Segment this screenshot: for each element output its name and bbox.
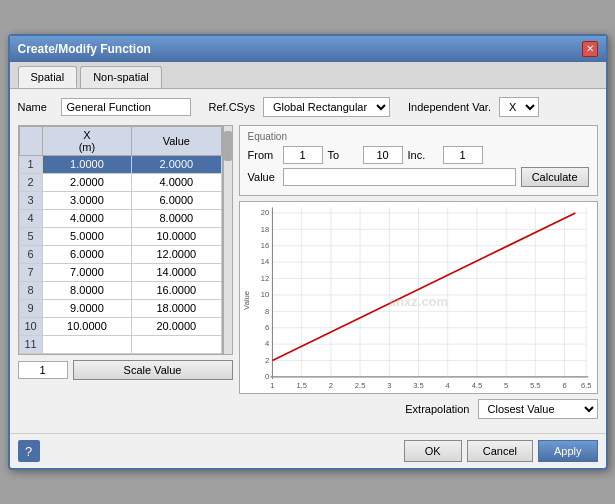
table-row[interactable]: 11 — [19, 335, 221, 353]
table-row[interactable]: 33.00006.0000 — [19, 191, 221, 209]
cell-rownum: 9 — [19, 299, 42, 317]
apply-button[interactable]: Apply — [538, 440, 598, 462]
cell-rownum: 6 — [19, 245, 42, 263]
window-title: Create/Modify Function — [18, 42, 151, 56]
cell-value[interactable]: 10.0000 — [132, 227, 221, 245]
cell-x[interactable]: 8.0000 — [42, 281, 131, 299]
svg-text:14: 14 — [260, 257, 269, 266]
extrapolation-row: Extrapolation Closest ValueLinearNone — [239, 399, 598, 419]
cell-value[interactable]: 2.0000 — [132, 155, 221, 173]
table-row[interactable]: 77.000014.0000 — [19, 263, 221, 281]
name-input[interactable] — [61, 98, 191, 116]
calculate-button[interactable]: Calculate — [521, 167, 589, 187]
right-panel: Equation From To Inc. Value Calculate — [239, 125, 598, 419]
table-row[interactable]: 22.00004.0000 — [19, 173, 221, 191]
col-x-header: X (m) — [42, 126, 131, 155]
svg-text:3: 3 — [387, 381, 391, 390]
indvar-select[interactable]: X — [499, 97, 539, 117]
cell-value[interactable]: 16.0000 — [132, 281, 221, 299]
table-scrollbar[interactable] — [223, 125, 233, 355]
table-row[interactable]: 44.00008.0000 — [19, 209, 221, 227]
svg-text:2: 2 — [264, 356, 268, 365]
equation-from-row: From To Inc. — [248, 146, 589, 164]
extrapolation-select[interactable]: Closest ValueLinearNone — [478, 399, 598, 419]
cell-value[interactable]: 20.0000 — [132, 317, 221, 335]
svg-text:Value: Value — [241, 291, 250, 310]
cell-rownum: 5 — [19, 227, 42, 245]
svg-text:5: 5 — [504, 381, 508, 390]
cell-x[interactable]: 3.0000 — [42, 191, 131, 209]
table-row[interactable]: 99.000018.0000 — [19, 299, 221, 317]
table-row[interactable]: 1010.000020.0000 — [19, 317, 221, 335]
name-row: Name Ref.CSys Global Rectangular Indepen… — [18, 97, 598, 117]
chart-svg: 0 2 4 6 8 10 12 14 16 18 20 — [240, 202, 597, 393]
help-icon[interactable]: ? — [18, 440, 40, 462]
cell-x[interactable]: 9.0000 — [42, 299, 131, 317]
cell-x[interactable] — [42, 335, 131, 353]
close-button[interactable]: ✕ — [582, 41, 598, 57]
cell-value[interactable]: 4.0000 — [132, 173, 221, 191]
value-label: Value — [248, 171, 278, 183]
from-label: From — [248, 149, 278, 161]
equation-title: Equation — [248, 131, 589, 142]
svg-text:6.5: 6.5 — [580, 381, 591, 390]
tab-non-spatial[interactable]: Non-spatial — [80, 66, 162, 88]
ok-button[interactable]: OK — [404, 440, 462, 462]
cell-value[interactable]: 8.0000 — [132, 209, 221, 227]
col-rownum-header — [19, 126, 42, 155]
tab-spatial[interactable]: Spatial — [18, 66, 78, 88]
inc-input[interactable] — [443, 146, 483, 164]
table-row[interactable]: 55.000010.0000 — [19, 227, 221, 245]
extrapolation-label: Extrapolation — [405, 403, 469, 415]
cell-x[interactable]: 1.0000 — [42, 155, 131, 173]
scale-input[interactable] — [18, 361, 68, 379]
value-input[interactable] — [283, 168, 516, 186]
cell-x[interactable]: 2.0000 — [42, 173, 131, 191]
cell-rownum: 1 — [19, 155, 42, 173]
cell-x[interactable]: 7.0000 — [42, 263, 131, 281]
scale-value-button[interactable]: Scale Value — [73, 360, 233, 380]
indvar-label: Independent Var. — [408, 101, 491, 113]
main-window: Create/Modify Function ✕ Spatial Non-spa… — [8, 34, 608, 470]
cell-x[interactable]: 10.0000 — [42, 317, 131, 335]
equation-box: Equation From To Inc. Value Calculate — [239, 125, 598, 196]
titlebar: Create/Modify Function ✕ — [10, 36, 606, 62]
table-row[interactable]: 66.000012.0000 — [19, 245, 221, 263]
cell-rownum: 7 — [19, 263, 42, 281]
scale-row: Scale Value — [18, 360, 233, 380]
cell-x[interactable]: 6.0000 — [42, 245, 131, 263]
cell-rownum: 11 — [19, 335, 42, 353]
cell-x[interactable]: 5.0000 — [42, 227, 131, 245]
cell-x[interactable]: 4.0000 — [42, 209, 131, 227]
table-row[interactable]: 11.00002.0000 — [19, 155, 221, 173]
svg-text:1: 1 — [270, 381, 274, 390]
svg-text:2.5: 2.5 — [354, 381, 365, 390]
refsys-select[interactable]: Global Rectangular — [263, 97, 390, 117]
table-scroll-area: X (m) Value 11.00002.000022.00004.000033… — [18, 125, 233, 355]
bottom-bar: ? OK Cancel Apply — [10, 433, 606, 468]
cell-value[interactable]: 12.0000 — [132, 245, 221, 263]
tab-bar: Spatial Non-spatial — [10, 62, 606, 89]
col-value-header: Value — [132, 126, 221, 155]
cell-value[interactable]: 14.0000 — [132, 263, 221, 281]
equation-value-row: Value Calculate — [248, 167, 589, 187]
cell-value[interactable]: 18.0000 — [132, 299, 221, 317]
main-area: X (m) Value 11.00002.000022.00004.000033… — [18, 125, 598, 419]
refsys-label: Ref.CSys — [209, 101, 255, 113]
svg-text:10: 10 — [260, 290, 268, 299]
table-row[interactable]: 88.000016.0000 — [19, 281, 221, 299]
from-input[interactable] — [283, 146, 323, 164]
cancel-button[interactable]: Cancel — [467, 440, 533, 462]
svg-text:5.5: 5.5 — [530, 381, 541, 390]
inc-label: Inc. — [408, 149, 438, 161]
svg-text:16: 16 — [260, 241, 268, 250]
svg-text:20: 20 — [260, 208, 268, 217]
svg-text:6: 6 — [264, 323, 268, 332]
svg-text:4.5: 4.5 — [471, 381, 482, 390]
svg-text:2: 2 — [328, 381, 332, 390]
cell-rownum: 4 — [19, 209, 42, 227]
svg-text:anxz.com: anxz.com — [388, 294, 447, 309]
cell-value[interactable]: 6.0000 — [132, 191, 221, 209]
cell-value[interactable] — [132, 335, 221, 353]
to-input[interactable] — [363, 146, 403, 164]
